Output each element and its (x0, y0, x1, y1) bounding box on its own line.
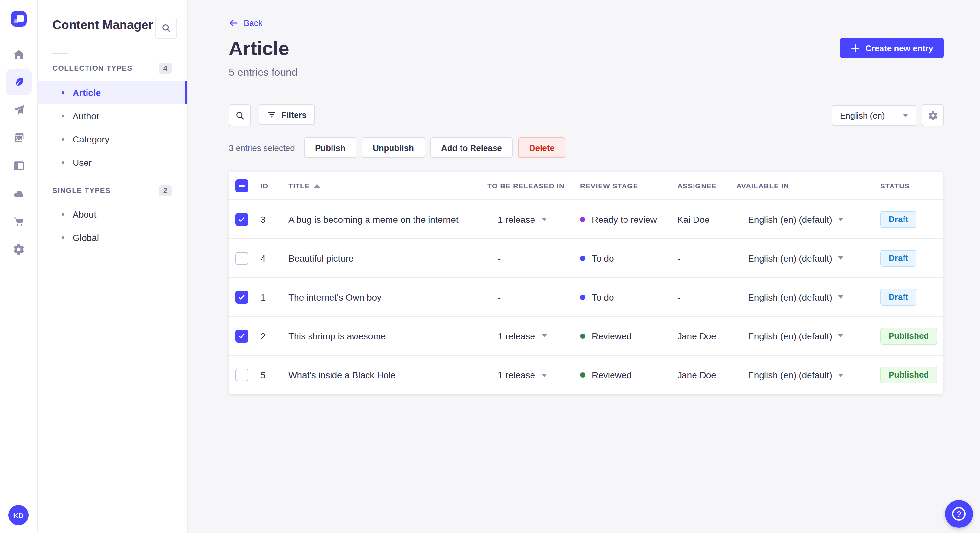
cell-assignee: Jane Doe (677, 370, 736, 380)
section-label: SINGLE TYPES (52, 187, 110, 194)
cell-assignee: - (677, 292, 736, 302)
sidebar-item-label: Category (73, 134, 110, 144)
create-entry-button[interactable]: Create new entry (840, 38, 944, 58)
row-checkbox[interactable] (235, 368, 248, 381)
table-row[interactable]: 1 The internet's Own boy - To do - Engli… (229, 278, 943, 317)
table-row[interactable]: 5 What's inside a Black Hole 1 release R… (229, 355, 943, 394)
search-button[interactable] (229, 104, 251, 126)
unpublish-button[interactable]: Unpublish (362, 137, 425, 158)
cell-assignee: - (677, 253, 736, 263)
sidebar-item-user[interactable]: User (37, 151, 187, 174)
sidebar-item-category[interactable]: Category (37, 128, 187, 151)
cell-id: 3 (261, 214, 288, 224)
bullet-icon (62, 138, 64, 141)
sidebar-item-label: Article (73, 87, 101, 98)
column-header-id[interactable]: ID (261, 182, 288, 189)
status-badge: Published (880, 327, 937, 344)
status-badge: Draft (880, 250, 917, 266)
cell-review-stage: Ready to review (580, 214, 677, 224)
row-checkbox[interactable] (235, 213, 248, 226)
locale-caret (838, 295, 843, 298)
select-all-checkbox[interactable] (235, 179, 248, 192)
cell-available-in[interactable]: English (en) (default) (736, 370, 880, 380)
strapi-logo[interactable] (11, 11, 27, 27)
settings-gear-icon[interactable] (5, 236, 32, 262)
section-label: COLLECTION TYPES (52, 64, 132, 72)
locale-caret (838, 257, 843, 260)
plus-icon (850, 43, 860, 53)
bullet-icon (62, 91, 64, 94)
cell-release[interactable]: - (487, 253, 580, 263)
sidebar-item-article[interactable]: Article (37, 81, 187, 104)
row-checkbox[interactable] (235, 329, 248, 342)
status-badge: Published (880, 366, 937, 383)
stage-dot (580, 333, 585, 338)
back-link[interactable]: Back (229, 18, 262, 28)
stage-dot (580, 217, 585, 222)
cell-release[interactable]: 1 release (487, 331, 580, 341)
media-library-icon[interactable] (5, 125, 32, 151)
content-type-builder-icon[interactable] (5, 153, 32, 179)
nav-rail: KD (0, 0, 38, 533)
publish-button[interactable]: Publish (304, 137, 356, 158)
cell-release[interactable]: 1 release (487, 370, 580, 380)
add-to-release-button[interactable]: Add to Release (430, 137, 513, 158)
column-header-title[interactable]: TITLE (288, 182, 487, 189)
cell-release[interactable]: - (487, 292, 580, 302)
column-header-status: STATUS (880, 182, 943, 189)
view-settings-button[interactable] (922, 104, 944, 126)
cell-id: 2 (261, 331, 288, 341)
section-count-badge: 2 (159, 185, 172, 196)
sidebar-item-label: Author (73, 111, 100, 121)
divider (52, 53, 68, 54)
user-avatar[interactable]: KD (8, 505, 29, 525)
release-caret (541, 334, 547, 338)
row-checkbox[interactable] (235, 290, 248, 303)
locale-select[interactable]: English (en) (832, 105, 916, 125)
column-header-assignee: ASSIGNEE (677, 182, 736, 189)
marketplace-cart-icon[interactable] (5, 209, 32, 235)
cell-available-in[interactable]: English (en) (default) (736, 292, 880, 302)
filters-label: Filters (281, 110, 307, 119)
releases-icon[interactable] (5, 97, 32, 123)
main-content: Back Article 5 entries found Create new … (187, 0, 980, 533)
cell-status: Published (880, 327, 943, 344)
deploy-cloud-icon[interactable] (5, 181, 32, 206)
sidebar-item-global[interactable]: Global (37, 226, 187, 249)
sidebar-search-button[interactable] (155, 17, 177, 39)
cell-status: Draft (880, 250, 943, 266)
cell-available-in[interactable]: English (en) (default) (736, 331, 880, 341)
help-button[interactable]: ? (945, 500, 973, 528)
table-row[interactable]: 3 A bug is becoming a meme on the intern… (229, 200, 943, 239)
section-collection-types: COLLECTION TYPES 4 (37, 61, 187, 75)
selection-count: 3 entries selected (229, 143, 304, 152)
sidebar-title: Content Manager (52, 18, 153, 32)
cell-title: The internet's Own boy (288, 292, 487, 302)
release-caret (541, 217, 547, 221)
delete-button[interactable]: Delete (518, 137, 565, 158)
gear-icon (928, 110, 937, 120)
content-manager-icon[interactable] (5, 69, 32, 95)
row-checkbox[interactable] (235, 252, 248, 265)
locale-caret (838, 373, 843, 377)
question-icon: ? (952, 507, 966, 521)
sidebar-item-about[interactable]: About (37, 203, 187, 226)
sidebar-item-label: Global (73, 233, 99, 243)
bullet-icon (62, 213, 64, 216)
search-icon (235, 110, 245, 120)
table-row[interactable]: 4 Beautiful picture - To do - English (e… (229, 239, 943, 278)
filters-button[interactable]: Filters (259, 104, 315, 125)
table-row[interactable]: 2 This shrimp is awesome 1 release Revie… (229, 317, 943, 355)
cell-available-in[interactable]: English (en) (default) (736, 214, 880, 224)
home-icon[interactable] (5, 41, 32, 67)
cell-status: Published (880, 366, 943, 383)
cell-available-in[interactable]: English (en) (default) (736, 253, 880, 263)
cell-release[interactable]: 1 release (487, 214, 580, 224)
sidebar-item-author[interactable]: Author (37, 104, 187, 128)
chevron-down-icon (903, 114, 908, 117)
entries-table: ID TITLE TO BE RELEASED IN REVIEW STAGE … (229, 171, 943, 394)
sidebar-item-label: About (73, 209, 96, 219)
cell-title: A bug is becoming a meme on the internet (288, 214, 487, 224)
column-header-release: TO BE RELEASED IN (487, 182, 580, 189)
cell-title: This shrimp is awesome (288, 331, 487, 341)
